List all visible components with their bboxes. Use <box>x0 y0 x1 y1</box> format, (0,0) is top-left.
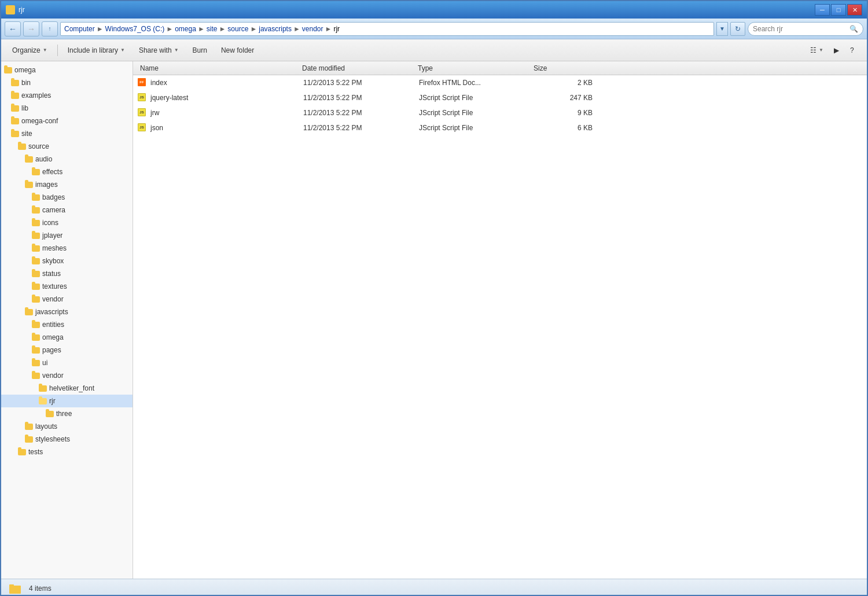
sidebar-item-label: stylesheets <box>35 435 70 443</box>
search-input[interactable] <box>753 25 847 33</box>
include-in-library-label: Include in library <box>68 46 118 54</box>
back-button[interactable]: ← <box>5 21 21 36</box>
sidebar-item-label: omega-conf <box>21 117 58 125</box>
include-in-library-button[interactable]: Include in library ▼ <box>61 42 131 58</box>
sidebar-item-vendor-18[interactable]: vendor <box>1 293 133 306</box>
sidebar-item-label: camera <box>42 206 65 214</box>
column-header-name[interactable]: Name <box>138 61 300 75</box>
sidebar-item-images-9[interactable]: images <box>1 178 133 191</box>
sidebar-item-label: layouts <box>35 422 57 431</box>
file-type: JScript Script File <box>419 124 535 132</box>
file-type: JScript Script File <box>419 109 535 117</box>
folder-icon <box>10 91 20 100</box>
file-row[interactable]: JSjrw11/2/2013 5:22 PMJScript Script Fil… <box>133 105 867 120</box>
minimize-button[interactable]: ─ <box>815 4 830 16</box>
sidebar-item-source-6[interactable]: source <box>1 140 133 153</box>
file-size: 6 KB <box>535 124 593 132</box>
file-row[interactable]: JSjquery-latest11/2/2013 5:22 PMJScript … <box>133 90 867 105</box>
folder-icon <box>24 422 34 431</box>
help-button[interactable]: ? <box>847 42 862 58</box>
maximize-button[interactable]: □ <box>831 4 846 16</box>
sidebar-item-lib-3[interactable]: lib <box>1 102 133 115</box>
sidebar-item-three-27[interactable]: three <box>1 407 133 420</box>
views-button[interactable]: ☷ ▼ <box>804 42 830 58</box>
column-header-type[interactable]: Type <box>415 61 531 75</box>
html-file-icon: FF <box>138 78 147 87</box>
sidebar-item-label: omega <box>42 333 64 341</box>
column-header-size[interactable]: Size <box>531 61 589 75</box>
sidebar-item-stylesheets-29[interactable]: stylesheets <box>1 433 133 446</box>
refresh-button[interactable]: ↻ <box>730 22 745 36</box>
sidebar-item-tests-30[interactable]: tests <box>1 446 133 458</box>
search-icon[interactable]: 🔍 <box>849 25 858 33</box>
file-size: 9 KB <box>535 109 593 117</box>
sidebar-item-badges-10[interactable]: badges <box>1 191 133 204</box>
folder-icon <box>31 193 41 202</box>
file-row[interactable]: FFindex11/2/2013 5:22 PMFirefox HTML Doc… <box>133 75 867 90</box>
sidebar-item-audio-7[interactable]: audio <box>1 153 133 165</box>
sidebar-item-jplayer-13[interactable]: jplayer <box>1 229 133 242</box>
sidebar-item-camera-11[interactable]: camera <box>1 204 133 216</box>
breadcrumb-omega[interactable]: omega <box>175 25 196 33</box>
sidebar-item-helvetiker-font-25[interactable]: helvetiker_font <box>1 382 133 395</box>
sidebar-item-pages-22[interactable]: pages <box>1 344 133 356</box>
close-button[interactable]: ✕ <box>847 4 862 16</box>
sidebar-item-site-5[interactable]: site <box>1 127 133 140</box>
sidebar-item-textures-17[interactable]: textures <box>1 280 133 293</box>
breadcrumb-windows7[interactable]: Windows7_OS (C:) <box>105 25 165 33</box>
sidebar-item-omega-21[interactable]: omega <box>1 331 133 344</box>
sidebar-item-layouts-28[interactable]: layouts <box>1 420 133 433</box>
breadcrumb-computer[interactable]: Computer <box>64 25 95 33</box>
folder-icon <box>31 231 41 240</box>
title-bar: rjr ─ □ ✕ <box>1 1 867 19</box>
file-area: Name Date modified Type Size FFindex11/2… <box>133 61 867 579</box>
address-dropdown-button[interactable]: ▼ <box>716 22 728 36</box>
sidebar-item-omega-0[interactable]: omega <box>1 64 133 76</box>
sidebar-item-label: examples <box>21 91 51 100</box>
sidebar-item-meshes-14[interactable]: meshes <box>1 242 133 255</box>
folder-icon <box>31 320 41 329</box>
breadcrumb-current: rjr <box>333 25 340 33</box>
sidebar-item-icons-12[interactable]: icons <box>1 216 133 229</box>
sidebar-item-skybox-15[interactable]: skybox <box>1 255 133 267</box>
breadcrumb-vendor[interactable]: vendor <box>302 25 323 33</box>
file-size: 2 KB <box>535 79 593 87</box>
breadcrumb-site[interactable]: site <box>207 25 218 33</box>
preview-pane-button[interactable]: ▶ <box>831 42 846 58</box>
folder-icon <box>24 154 34 164</box>
sidebar-item-label: tests <box>28 448 43 456</box>
breadcrumb-source[interactable]: source <box>227 25 248 33</box>
sidebar-item-label: ui <box>42 359 47 367</box>
share-with-button[interactable]: Share with ▼ <box>133 42 185 58</box>
sidebar-item-status-16[interactable]: status <box>1 267 133 280</box>
sidebar-item-bin-1[interactable]: bin <box>1 76 133 89</box>
sidebar-item-ui-23[interactable]: ui <box>1 356 133 369</box>
main-content: omegabinexampleslibomega-confsitesourcea… <box>1 61 867 579</box>
sidebar-item-vendor-24[interactable]: vendor <box>1 369 133 382</box>
file-row[interactable]: JSjson11/2/2013 5:22 PMJScript Script Fi… <box>133 120 867 135</box>
folder-icon <box>10 104 20 113</box>
sidebar-item-entities-20[interactable]: entities <box>1 318 133 331</box>
title-bar-text: rjr <box>19 6 25 14</box>
new-folder-button[interactable]: New folder <box>215 42 260 58</box>
breadcrumb-javascripts[interactable]: javascripts <box>259 25 292 33</box>
forward-button[interactable]: → <box>23 21 39 36</box>
status-folder-icon <box>8 582 22 595</box>
sidebar-item-examples-2[interactable]: examples <box>1 89 133 102</box>
sidebar-item-label: omega <box>14 66 36 74</box>
up-button[interactable]: ↑ <box>42 21 58 36</box>
sidebar-item-label: site <box>21 130 32 138</box>
sidebar-item-omega-conf-4[interactable]: omega-conf <box>1 115 133 127</box>
sidebar-item-javascripts-19[interactable]: javascripts <box>1 306 133 318</box>
organize-button[interactable]: Organize ▼ <box>6 42 54 58</box>
sidebar-item-rjr-26[interactable]: rjr <box>1 395 133 407</box>
new-folder-label: New folder <box>221 46 254 54</box>
burn-button[interactable]: Burn <box>186 42 214 58</box>
sidebar-item-label: helvetiker_font <box>49 384 94 392</box>
file-list: FFindex11/2/2013 5:22 PMFirefox HTML Doc… <box>133 75 867 579</box>
sidebar-item-label: bin <box>21 79 31 87</box>
folder-icon <box>24 180 34 189</box>
sidebar-item-effects-8[interactable]: effects <box>1 165 133 178</box>
file-name: index <box>150 79 303 87</box>
column-header-date[interactable]: Date modified <box>300 61 415 75</box>
